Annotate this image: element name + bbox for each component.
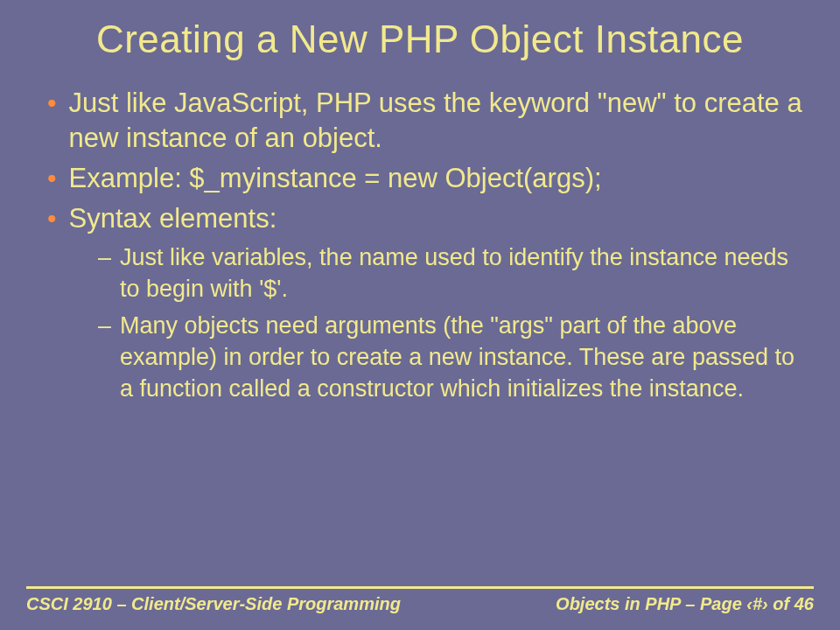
slide-content: • Just like JavaScript, PHP uses the key…: [26, 86, 814, 630]
footer-right: Objects in PHP – Page ‹#› of 46: [556, 594, 814, 614]
bullet-item: • Example: $_myinstance = new Object(arg…: [47, 161, 814, 196]
sub-bullet-item: – Many objects need arguments (the "args…: [98, 310, 814, 404]
bullet-text: Example: $_myinstance = new Object(args)…: [69, 161, 602, 196]
bullet-item: • Syntax elements:: [47, 201, 814, 236]
bullet-marker-icon: •: [47, 161, 57, 196]
bullet-item: • Just like JavaScript, PHP uses the key…: [47, 86, 814, 156]
footer-left: CSCI 2910 – Client/Server-Side Programmi…: [26, 594, 401, 614]
bullet-marker-icon: •: [47, 86, 57, 121]
bullet-text: Syntax elements:: [69, 201, 277, 236]
dash-marker-icon: –: [98, 242, 111, 273]
sub-bullet-text: Just like variables, the name used to id…: [120, 242, 814, 304]
sub-bullet-list: – Just like variables, the name used to …: [47, 242, 814, 404]
bullet-marker-icon: •: [47, 201, 57, 236]
footer-rule: [26, 586, 814, 589]
slide-footer: CSCI 2910 – Client/Server-Side Programmi…: [26, 586, 814, 614]
sub-bullet-item: – Just like variables, the name used to …: [98, 242, 814, 304]
sub-bullet-text: Many objects need arguments (the "args" …: [120, 310, 814, 404]
slide: Creating a New PHP Object Instance • Jus…: [0, 0, 840, 630]
slide-title: Creating a New PHP Object Instance: [26, 18, 814, 61]
bullet-text: Just like JavaScript, PHP uses the keywo…: [69, 86, 814, 156]
footer-row: CSCI 2910 – Client/Server-Side Programmi…: [26, 594, 814, 614]
dash-marker-icon: –: [98, 310, 111, 341]
